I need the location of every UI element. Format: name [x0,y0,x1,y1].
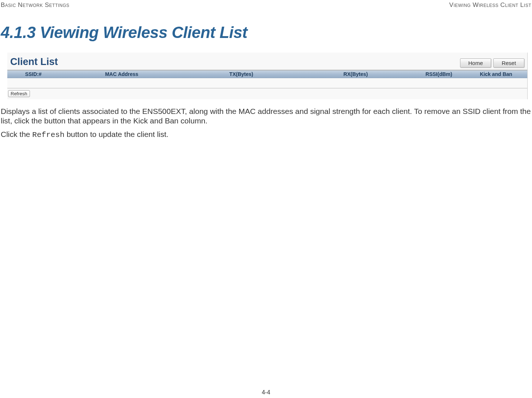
panel-title: Client List [10,56,58,68]
section-number: 4.1.3 [1,23,35,41]
description-p2: Click the Refresh button to update the c… [1,130,531,140]
reset-button[interactable]: Reset [493,58,524,68]
table-body-empty [7,78,527,88]
client-list-screenshot: Client List Home Reset SSID:# MAC Addres… [7,53,528,99]
column-rssi: RSSI(dBm) [413,70,465,78]
refresh-code: Refresh [32,131,64,139]
p2-pre: Click the [1,130,32,138]
column-mac-address: MAC Address [59,70,184,78]
p2-post: button to update the client list. [65,130,169,138]
panel-header-row: Client List Home Reset [7,53,527,70]
refresh-button[interactable]: Refresh [8,90,30,97]
page-number: 4-4 [0,389,532,396]
column-kick-ban: Kick and Ban [465,70,527,78]
column-rx-bytes: RX(Bytes) [298,70,413,78]
refresh-row: Refresh [7,88,527,99]
header-right: Viewing Wireless Client List [449,1,531,9]
page-running-header: Basic Network Settings Viewing Wireless … [0,0,532,9]
home-button[interactable]: Home [460,58,491,68]
description-p1: Displays a list of clients associated to… [1,107,531,126]
column-ssid: SSID:# [7,70,59,78]
section-heading: 4.1.3 Viewing Wireless Client List [1,23,532,42]
column-tx-bytes: TX(Bytes) [184,70,298,78]
description-text: Displays a list of clients associated to… [1,107,531,140]
header-left: Basic Network Settings [1,1,69,9]
table-column-headers: SSID:# MAC Address TX(Bytes) RX(Bytes) R… [7,70,527,78]
section-title-text: Viewing Wireless Client List [40,23,247,41]
panel-button-group: Home Reset [460,58,524,68]
